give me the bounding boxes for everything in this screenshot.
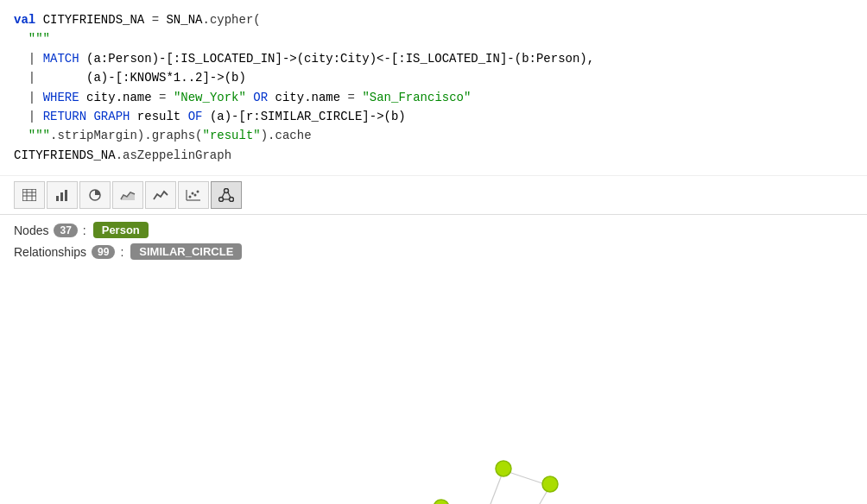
line-chart-button[interactable] [145, 181, 176, 209]
svg-point-14 [194, 194, 197, 197]
area-chart-icon [120, 189, 136, 201]
code-line-7: """.stripMargin).graphs("result").cache [14, 126, 853, 145]
code-line-1: val CITYFRIENDS_NA = SN_NA.cypher( [14, 10, 853, 29]
svg-point-15 [197, 191, 199, 193]
code-line-6: | RETURN GRAPH result OF (a)-[r:SIMILAR_… [14, 107, 853, 126]
scatter-icon [186, 189, 201, 201]
scatter-button[interactable] [178, 181, 209, 209]
svg-rect-0 [22, 189, 36, 201]
code-line-4: | (a)-[:KNOWS*1..2]->(b) [14, 68, 853, 87]
graph-area [0, 272, 867, 504]
svg-point-12 [189, 196, 192, 198]
node [434, 500, 449, 504]
person-tag: Person [93, 222, 149, 238]
node [542, 476, 558, 492]
pie-chart-icon [88, 188, 102, 202]
nodes-label: Nodes [14, 224, 48, 237]
network-button[interactable] [211, 181, 242, 209]
graph-svg [0, 272, 867, 504]
network-icon [218, 188, 234, 202]
svg-marker-9 [121, 192, 135, 200]
meta-section: Nodes 37 : Person Relationships 99 : SIM… [0, 215, 867, 272]
similar-tag: SIMILAR_CIRCLE [130, 243, 242, 260]
svg-rect-6 [60, 192, 63, 201]
svg-point-13 [192, 192, 194, 195]
nodes-row: Nodes 37 : Person [14, 222, 853, 238]
bar-chart-button[interactable] [47, 181, 78, 209]
node [496, 461, 511, 476]
svg-line-20 [228, 192, 231, 198]
table-button[interactable] [14, 181, 45, 209]
code-line-8: CITYFRIENDS_NA.asZeppelinGraph [14, 146, 853, 165]
code-block: val CITYFRIENDS_NA = SN_NA.cypher( """ |… [0, 0, 867, 176]
relationships-colon: : [120, 245, 123, 259]
svg-point-18 [230, 198, 234, 202]
svg-rect-5 [56, 196, 59, 201]
code-line-3: | MATCH (a:Person)-[:IS_LOCATED_IN]->(ci… [14, 49, 853, 68]
table-icon [22, 189, 36, 201]
area-chart-button[interactable] [112, 181, 143, 209]
bar-chart-icon [55, 189, 69, 201]
line-chart-icon [153, 189, 168, 201]
code-line-5: | WHERE city.name = "New_York" OR city.n… [14, 88, 853, 107]
nodes-count-badge: 37 [54, 224, 77, 237]
code-line-2: """ [14, 29, 853, 48]
pie-chart-button[interactable] [79, 181, 111, 209]
toolbar [0, 176, 867, 215]
relationships-count-badge: 99 [92, 245, 115, 259]
svg-rect-7 [65, 190, 67, 201]
svg-point-17 [219, 198, 224, 202]
svg-point-16 [225, 189, 229, 193]
nodes-colon: : [83, 224, 86, 237]
svg-line-19 [222, 192, 225, 198]
relationships-row: Relationships 99 : SIMILAR_CIRCLE [14, 243, 853, 260]
relationships-label: Relationships [14, 245, 86, 259]
